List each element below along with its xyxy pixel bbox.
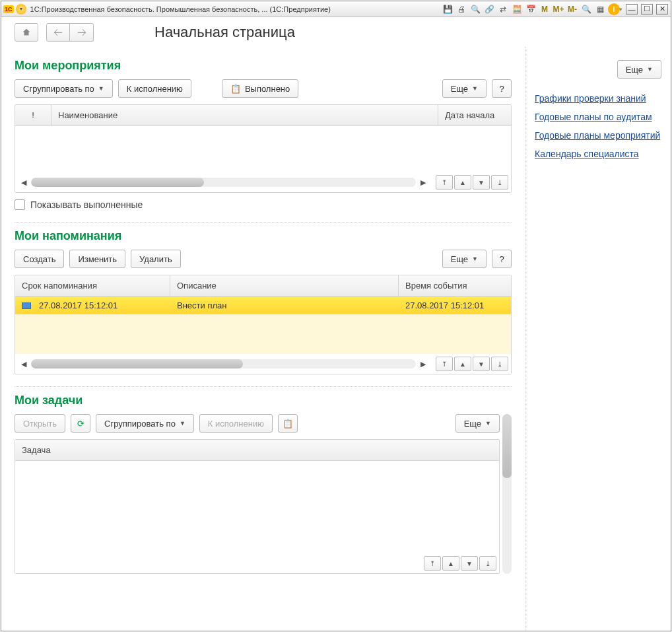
home-button[interactable] (15, 23, 38, 42)
clipboard-check-icon: 📋 (230, 84, 241, 94)
events-table: ! Наименование Дата начала ◀ ▶ ⤒ ▲ ▼ ⤓ (15, 104, 512, 193)
edit-button[interactable]: Изменить (69, 250, 125, 268)
page-down-button[interactable]: ▼ (473, 357, 490, 371)
zoom-icon[interactable]: 🔍 (580, 3, 592, 15)
col-icon[interactable]: ! (15, 105, 51, 125)
info-dropdown-icon[interactable]: ▾ (619, 6, 622, 13)
calendar-icon[interactable]: 📅 (525, 3, 537, 15)
info-icon[interactable]: i (608, 3, 620, 15)
link-specialist-calendar[interactable]: Календарь специалиста (535, 149, 661, 159)
events-more-button[interactable]: Еще▼ (442, 79, 487, 98)
h-scrollbar[interactable] (31, 359, 416, 369)
more-label: Еще (451, 254, 468, 264)
open-button[interactable]: Открыть (15, 414, 65, 433)
app-window: 1C ▾ 1С:Производственная безопасность. П… (1, 1, 671, 631)
col-start[interactable]: Дата начала (438, 105, 511, 125)
more-label: Еще (626, 65, 643, 75)
minimize-button[interactable]: — (626, 4, 638, 15)
col-deadline[interactable]: Срок напоминания (15, 275, 170, 296)
page-first-button[interactable]: ⤒ (436, 357, 453, 371)
page-title: Начальная страница (154, 24, 295, 41)
page-first-button[interactable]: ⤒ (424, 556, 441, 571)
scroll-right-icon[interactable]: ▶ (419, 360, 428, 369)
print-icon[interactable]: 🖨 (455, 3, 467, 15)
panels-icon[interactable]: ▦ (594, 3, 606, 15)
create-button[interactable]: Создать (15, 250, 64, 268)
cell-event-time: 27.08.2017 15:12:01 (399, 297, 511, 314)
tasks-to-execution-button[interactable]: К исполнению (199, 414, 273, 433)
show-done-row: Показывать выполненные (15, 199, 512, 210)
page-down-button[interactable]: ▼ (473, 175, 490, 190)
scroll-right-icon[interactable]: ▶ (419, 178, 428, 187)
to-execution-button[interactable]: К исполнению (118, 79, 191, 98)
memory-mplus-button[interactable]: M+ (553, 3, 564, 15)
preview-icon[interactable]: 🔍 (469, 3, 481, 15)
done-button[interactable]: 📋Выполнено (222, 79, 298, 98)
content: Мои мероприятия Сгруппировать по▼ К испо… (1, 47, 671, 631)
more-label: Еще (451, 84, 468, 94)
reminders-table: Срок напоминания Описание Время события … (15, 275, 512, 374)
page-first-button[interactable]: ⤒ (436, 175, 453, 190)
page-up-button[interactable]: ▲ (442, 556, 459, 571)
col-name[interactable]: Наименование (51, 105, 438, 125)
table-row[interactable]: 27.08.2017 15:12:01 Внести план 27.08.20… (15, 297, 511, 314)
nav-history-group: 🡠 🡢 (46, 23, 94, 42)
events-toolbar: Сгруппировать по▼ К исполнению 📋Выполнен… (15, 79, 512, 98)
reminders-help-button[interactable]: ? (492, 250, 512, 268)
save-icon[interactable]: 💾 (442, 3, 454, 15)
tasks-more-button[interactable]: Еще▼ (455, 414, 500, 433)
delete-button[interactable]: Удалить (131, 250, 181, 268)
link-icon[interactable]: 🔗 (483, 3, 495, 15)
compare-icon[interactable]: ⇄ (497, 3, 509, 15)
link-audit-plans[interactable]: Годовые планы по аудитам (535, 112, 661, 122)
page-last-button[interactable]: ⤓ (491, 175, 508, 190)
group-by-label: Сгруппировать по (23, 84, 94, 94)
events-help-button[interactable]: ? (492, 79, 512, 98)
tasks-group-by-button[interactable]: Сгруппировать по▼ (96, 414, 194, 433)
forward-button[interactable]: 🡢 (70, 23, 94, 42)
link-knowledge-check[interactable]: Графики проверки знаний (535, 93, 661, 104)
calculator-icon[interactable]: 🧮 (511, 3, 523, 15)
col-desc[interactable]: Описание (170, 275, 399, 296)
divider (15, 222, 512, 223)
page-up-button[interactable]: ▲ (454, 357, 471, 371)
h-scrollbar[interactable] (31, 178, 416, 187)
scroll-left-icon[interactable]: ◀ (19, 360, 28, 369)
side-more-button[interactable]: Еще▼ (617, 60, 661, 79)
page-last-button[interactable]: ⤓ (491, 357, 508, 371)
chevron-down-icon: ▼ (180, 420, 185, 427)
app-dropdown-icon[interactable]: ▾ (16, 4, 26, 15)
row-status-icon (22, 302, 31, 309)
scroll-left-icon[interactable]: ◀ (19, 178, 28, 187)
maximize-button[interactable]: ☐ (641, 4, 653, 15)
show-done-checkbox[interactable] (15, 199, 25, 210)
link-event-plans[interactable]: Годовые планы мероприятий (535, 130, 661, 141)
group-by-button[interactable]: Сгруппировать по▼ (15, 79, 113, 98)
page-up-button[interactable]: ▲ (454, 175, 471, 190)
reminders-more-button[interactable]: Еще▼ (442, 250, 487, 268)
home-icon (22, 28, 31, 37)
memory-mminus-button[interactable]: M- (566, 3, 578, 15)
col-event-time[interactable]: Время события (399, 275, 511, 296)
back-button[interactable]: 🡠 (46, 23, 70, 42)
page-down-button[interactable]: ▼ (461, 556, 478, 571)
reminders-toolbar: Создать Изменить Удалить Еще▼ ? (15, 250, 512, 268)
show-done-label: Показывать выполненные (30, 199, 143, 210)
close-button[interactable]: ✕ (656, 4, 668, 15)
reminders-table-header: Срок напоминания Описание Время события (15, 275, 511, 297)
col-task[interactable]: Задача (15, 440, 499, 460)
tasks-clipboard-button[interactable]: 📋 (278, 414, 298, 433)
tasks-toolbar: Открыть ⟳ Сгруппировать по▼ К исполнению… (15, 414, 500, 433)
reminders-heading: Мои напоминания (15, 229, 512, 243)
page-last-button[interactable]: ⤓ (479, 556, 496, 571)
memory-m-button[interactable]: M (539, 3, 551, 15)
refresh-button[interactable]: ⟳ (71, 414, 90, 433)
tasks-v-scrollbar[interactable] (502, 414, 512, 574)
tasks-panel: Открыть ⟳ Сгруппировать по▼ К исполнению… (15, 414, 512, 574)
tasks-table: Задача ⤒ ▲ ▼ ⤓ (15, 439, 500, 574)
titlebar: 1C ▾ 1С:Производственная безопасность. П… (1, 1, 671, 17)
cell-desc: Внести план (170, 297, 399, 314)
more-label: Еще (464, 419, 481, 429)
tasks-table-header: Задача (15, 440, 499, 461)
refresh-icon: ⟳ (77, 419, 84, 429)
